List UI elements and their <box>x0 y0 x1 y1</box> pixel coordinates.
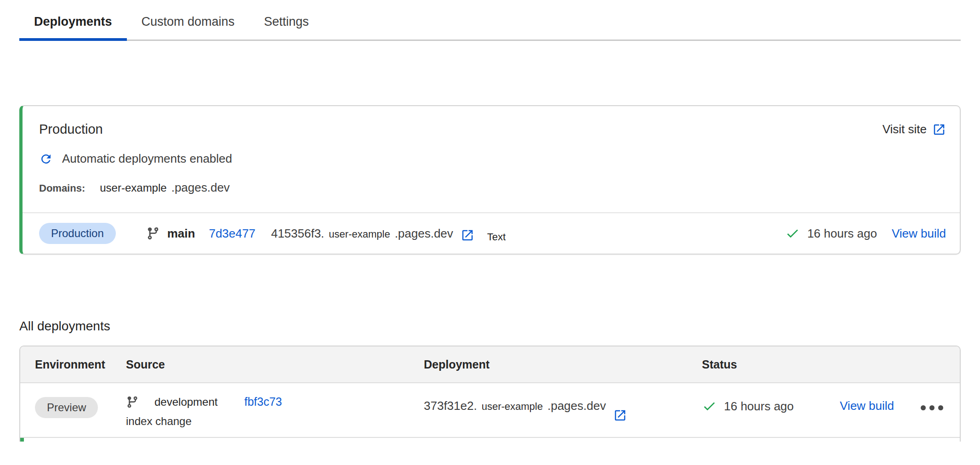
view-build-link[interactable]: View build <box>892 227 946 241</box>
external-link-icon[interactable] <box>461 228 474 242</box>
production-card: Production Visit site Automatic deployme… <box>19 105 961 255</box>
view-build-link[interactable]: View build <box>840 399 894 413</box>
column-environment: Environment <box>35 358 126 371</box>
branch-name: development <box>154 396 217 408</box>
production-deployment-row: Production main 7d3e477 415356f3. user-e… <box>23 213 960 254</box>
pages-project-page: Deployments Custom domains Settings Prod… <box>0 6 980 442</box>
deployment-suffix: .pages.dev <box>547 399 606 413</box>
deployment-hash: 373f31e2. <box>424 399 477 413</box>
check-icon <box>785 226 800 241</box>
next-row-accent-stub <box>20 438 960 442</box>
deploy-time: 16 hours ago <box>807 227 877 241</box>
column-deployment: Deployment <box>424 358 702 371</box>
deployment-project-name: user-example <box>329 228 390 240</box>
deployment-suffix: .pages.dev <box>395 227 453 241</box>
domains-suffix: .pages.dev <box>171 181 230 195</box>
commit-message: index change <box>126 415 424 428</box>
deployments-table-header: Environment Source Deployment Status <box>20 346 960 383</box>
external-link-icon <box>932 123 946 136</box>
external-link-icon[interactable] <box>613 408 627 422</box>
domains-label: Domains: <box>39 182 85 194</box>
deployment-project-name: user-example <box>482 401 543 413</box>
deployments-table: Environment Source Deployment Status Pre… <box>19 346 961 442</box>
column-status: Status <box>702 358 945 371</box>
column-source: Source <box>126 358 424 371</box>
tab-deployments[interactable]: Deployments <box>19 6 127 41</box>
auto-deployments-text: Automatic deployments enabled <box>62 152 232 166</box>
project-tab-bar: Deployments Custom domains Settings <box>19 6 961 41</box>
redaction-annotation: Text <box>487 231 506 243</box>
visit-site-link[interactable]: Visit site <box>883 122 946 136</box>
check-icon <box>702 399 717 414</box>
ellipsis-menu-icon[interactable] <box>919 399 945 417</box>
git-branch-icon <box>146 227 160 240</box>
environment-badge-preview: Preview <box>35 397 98 418</box>
tab-custom-domains[interactable]: Custom domains <box>127 6 250 41</box>
domains-project-name: user-example <box>100 181 166 194</box>
visit-site-label: Visit site <box>883 122 927 136</box>
git-branch-icon <box>126 396 139 408</box>
commit-link[interactable]: 7d3e477 <box>209 227 255 241</box>
deployment-table-row: Preview development fbf3c73 index change… <box>20 383 960 438</box>
tab-settings[interactable]: Settings <box>249 6 324 41</box>
refresh-icon <box>39 152 53 166</box>
deployment-hash: 415356f3. <box>271 227 325 241</box>
deploy-time: 16 hours ago <box>724 399 794 414</box>
all-deployments-title: All deployments <box>19 319 961 334</box>
environment-badge-production: Production <box>39 223 116 244</box>
commit-link[interactable]: fbf3c73 <box>244 395 282 408</box>
production-card-title: Production <box>39 122 103 137</box>
branch-name: main <box>167 227 195 241</box>
